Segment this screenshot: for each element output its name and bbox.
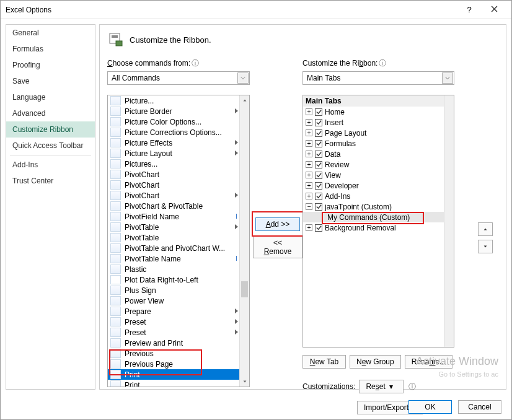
tree-node[interactable]: +Review [303,159,454,170]
add-button[interactable]: Add >> [255,217,300,231]
tree-node[interactable]: +Home [303,107,454,117]
checkbox[interactable] [315,224,322,232]
reset-button[interactable]: Reset▾ [359,380,404,393]
cancel-button[interactable]: Cancel [458,400,501,414]
list-item[interactable]: PivotField NameI [108,211,239,222]
scrollbar-vertical[interactable] [239,95,249,387]
sidebar-item-save[interactable]: Save [6,73,95,89]
expand-icon[interactable]: + [306,182,312,189]
tree-node[interactable]: My Commands (Custom) [303,212,454,222]
ribbon-scope-combo[interactable]: Main Tabs [302,71,454,85]
list-item[interactable]: Picture Corrections Options... [108,127,239,138]
list-item[interactable]: PivotChart [108,190,239,201]
tree-node[interactable]: +View [303,170,454,180]
list-item[interactable]: Picture Effects [108,138,239,148]
list-item[interactable]: Power View [108,295,239,306]
list-item-label: Picture Layout [125,149,172,158]
remove-button[interactable]: << Remove [253,236,302,258]
scroll-up-button[interactable] [240,95,249,105]
list-item[interactable]: Plot Data Right-to-Left [108,274,239,285]
close-button[interactable] [482,5,506,14]
checkbox[interactable] [315,161,322,168]
info-icon[interactable]: ⓘ [379,59,386,68]
move-down-button[interactable] [478,240,493,253]
checkbox[interactable] [315,129,322,137]
list-item[interactable]: Pictures... [108,159,239,169]
scroll-thumb[interactable] [241,281,248,297]
checkbox[interactable] [315,203,322,211]
list-item[interactable]: PivotTable [108,232,239,243]
list-item[interactable]: Previous Page [108,359,239,369]
sidebar-item-general[interactable]: General [6,25,95,41]
combo-value: Main Tabs [307,74,340,82]
ok-button[interactable]: OK [408,400,452,414]
info-icon[interactable]: ⓘ [408,382,416,392]
list-item[interactable]: PivotTable NameI [108,253,239,264]
list-item[interactable]: PivotTable and PivotChart W... [108,243,239,253]
list-item[interactable]: PivotChart [108,180,239,190]
tree-node[interactable]: +Page Layout [303,128,454,138]
list-item[interactable]: Prepare [108,306,239,317]
list-item[interactable]: Preset [108,327,239,338]
tree-node[interactable]: +Add-Ins [303,191,454,201]
commands-listbox[interactable]: Picture...Picture BorderPicture Color Op… [107,95,250,387]
expand-icon[interactable]: + [306,108,312,115]
move-up-button[interactable] [478,222,493,236]
checkbox[interactable] [315,151,322,158]
sidebar-item-customize-ribbon[interactable]: Customize Ribbon [6,121,95,138]
sidebar-item-language[interactable]: Language [6,89,95,105]
tree-node[interactable]: −javaTpoint (Custom) [303,201,454,212]
expand-icon[interactable]: + [306,224,312,231]
scrollbar-vertical[interactable] [444,95,454,347]
list-item[interactable]: Plastic [108,264,239,274]
help-button[interactable]: ? [457,5,482,14]
sidebar-item-formulas[interactable]: Formulas [6,41,95,57]
checkbox[interactable] [315,182,322,190]
list-item[interactable]: PivotChart [108,169,239,180]
list-item[interactable]: Preset [108,317,239,327]
list-item[interactable]: Picture Layout [108,148,239,159]
checkbox[interactable] [315,140,322,147]
info-icon[interactable]: ⓘ [192,59,199,68]
expand-icon[interactable]: + [306,151,312,157]
sidebar-item-qat[interactable]: Quick Access Toolbar [6,138,95,154]
new-tab-button[interactable]: New Tab [302,355,346,369]
list-item-label: Plastic [125,265,146,274]
sidebar-item-trust-center[interactable]: Trust Center [6,173,95,189]
choose-commands-combo[interactable]: All Commands [107,71,250,85]
list-item[interactable]: Picture Border [108,106,239,116]
expand-icon[interactable]: − [306,203,312,210]
list-item[interactable]: Picture... [108,95,239,106]
sidebar-item-advanced[interactable]: Advanced [6,105,95,121]
sidebar-item-addins[interactable]: Add-Ins [6,157,95,173]
expand-icon[interactable]: + [306,129,312,136]
list-item[interactable]: Picture Color Options... [108,116,239,127]
list-item[interactable]: Print [108,380,239,387]
checkbox[interactable] [315,172,322,179]
list-item[interactable]: Plus Sign [108,285,239,295]
choose-commands-column: Choose commands from:ⓘ All Commands Pict… [107,58,253,417]
list-item[interactable]: PivotChart & PivotTable [108,201,239,211]
expand-icon[interactable]: + [306,161,312,168]
checkbox[interactable] [315,119,322,126]
expand-icon[interactable]: + [306,172,312,178]
checkbox[interactable] [315,193,322,200]
tree-node[interactable]: +Data [303,149,454,159]
ribbon-tree[interactable]: Main Tabs +Home+Insert+Page Layout+Formu… [302,95,454,348]
list-item[interactable]: PivotTable [108,222,239,232]
tree-node[interactable]: +Developer [303,180,454,191]
expand-icon[interactable]: + [306,119,312,126]
scroll-down-button[interactable] [240,377,249,387]
chevron-down-icon [237,72,249,84]
list-item[interactable]: Previous [108,348,239,359]
tree-node[interactable]: +Background Removal [303,222,454,233]
list-item[interactable]: Preview and Print [108,338,239,348]
expand-icon[interactable]: + [306,140,312,147]
tree-node[interactable]: +Formulas [303,138,454,149]
checkbox[interactable] [315,108,322,116]
list-item[interactable]: Print [108,369,239,380]
tree-node[interactable]: +Insert [303,117,454,128]
expand-icon[interactable]: + [306,193,312,199]
sidebar-item-proofing[interactable]: Proofing [6,57,95,73]
new-group-button[interactable]: New Group [350,355,401,369]
